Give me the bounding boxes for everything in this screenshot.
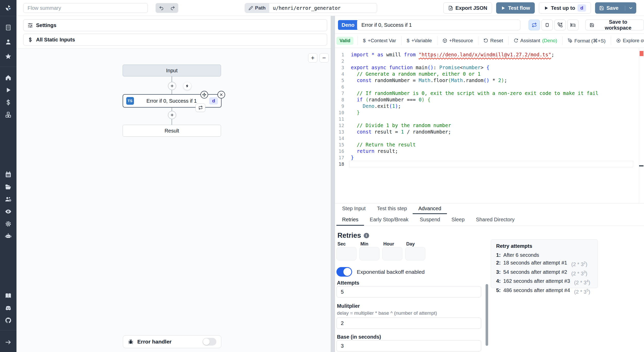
retries-configured-badge[interactable] xyxy=(196,103,205,112)
flow-result-node[interactable]: Result xyxy=(123,125,221,137)
code-line[interactable]: 17} xyxy=(335,154,639,161)
code-line[interactable]: 16 return result; xyxy=(335,148,639,154)
test-flow-button[interactable]: Test flow xyxy=(496,2,535,14)
multiplier-help: delay = multiplier * base ^ (number of a… xyxy=(337,310,437,316)
code-line[interactable]: 1import * as wmill from "https://deno.la… xyxy=(335,51,639,58)
early-stop-button[interactable] xyxy=(541,20,553,30)
flow-canvas[interactable]: + − Input TS Error if 0, Success if 1 d xyxy=(16,48,331,352)
code-line[interactable]: 8 if (randomNumber === 0) { xyxy=(335,96,639,103)
export-json-button[interactable]: Export JSON xyxy=(443,2,492,14)
code-line[interactable]: 4 // Generate a random number, either 0 … xyxy=(335,71,639,77)
redo-button[interactable] xyxy=(167,3,178,13)
explore-scripts-button[interactable]: Explore other s xyxy=(611,36,644,45)
undo-button[interactable] xyxy=(156,3,167,13)
time-unit-input[interactable] xyxy=(405,247,425,260)
exponential-backoff-toggle[interactable] xyxy=(336,267,352,277)
add-step-button[interactable] xyxy=(168,82,176,90)
retries-scrollbar[interactable] xyxy=(486,284,488,346)
code-line[interactable]: 7 // If randomNumber is 0, exit the scri… xyxy=(335,90,639,96)
save-button[interactable]: Save xyxy=(595,2,636,14)
info-icon[interactable]: i xyxy=(364,233,369,238)
time-unit-input[interactable] xyxy=(359,247,379,260)
tab-test-this-step[interactable]: Test this step xyxy=(371,204,413,214)
error-handler-toggle[interactable] xyxy=(202,338,216,346)
folders-icon[interactable] xyxy=(0,181,16,193)
test-up-to-button[interactable]: Test up to d xyxy=(539,2,591,14)
discord-icon[interactable] xyxy=(0,302,16,314)
sleep-button[interactable] xyxy=(567,20,579,30)
trigger-bolt-button[interactable] xyxy=(183,82,191,90)
add-resource-button[interactable]: +Resource xyxy=(437,36,478,45)
save-dropdown-button[interactable] xyxy=(625,6,636,11)
undo-redo-group xyxy=(156,3,178,13)
windmill-logo-icon[interactable] xyxy=(0,0,16,16)
tab-step-input[interactable]: Step Input xyxy=(336,204,371,214)
code-line[interactable]: 15 // Return the result xyxy=(335,142,639,148)
settings-gear-icon[interactable] xyxy=(0,218,16,230)
subtab-shared-directory[interactable]: Shared Directory xyxy=(470,214,520,226)
path-value[interactable]: u/henri/error_generator xyxy=(269,3,344,13)
error-handler-node[interactable]: Error handler xyxy=(123,335,221,348)
time-unit-input[interactable] xyxy=(336,247,357,260)
groups-users-gear-icon[interactable] xyxy=(0,193,16,205)
code-line[interactable]: 18 xyxy=(335,161,639,167)
variables-dollar-icon[interactable] xyxy=(0,96,16,109)
resources-boxes-icon[interactable] xyxy=(0,109,16,121)
code-line[interactable]: 11 xyxy=(335,116,639,122)
code-line[interactable]: 2 xyxy=(335,58,639,64)
zoom-in-button[interactable]: + xyxy=(308,53,317,63)
reset-button[interactable]: Reset xyxy=(478,36,508,45)
code-line[interactable]: 9 Deno.exit(1); xyxy=(335,103,639,109)
zoom-out-button[interactable]: − xyxy=(319,53,329,63)
home-icon[interactable] xyxy=(0,72,16,84)
docs-book-icon[interactable] xyxy=(0,289,16,302)
runs-play-icon[interactable] xyxy=(0,84,16,96)
attempts-input[interactable] xyxy=(336,286,481,297)
add-step-button[interactable] xyxy=(168,111,176,119)
user-icon[interactable] xyxy=(0,36,16,48)
retries-tab-button[interactable] xyxy=(529,20,540,30)
audit-logs-eye-icon[interactable] xyxy=(0,205,16,218)
code-line[interactable]: 13 const result = 1 / randomNumber; xyxy=(335,129,639,135)
code-line[interactable]: 6 xyxy=(335,84,639,90)
code-editor[interactable]: 1import * as wmill from "https://deno.la… xyxy=(335,48,644,203)
code-line[interactable]: 5 const randomNumber = Math.floor(Math.r… xyxy=(335,77,639,84)
ai-bot-icon[interactable] xyxy=(0,230,16,242)
tab-advanced[interactable]: Advanced xyxy=(413,204,447,214)
format-button[interactable]: Format (⌘+S) xyxy=(562,36,611,45)
repeat-icon xyxy=(198,105,203,110)
subtab-retries[interactable]: Retries xyxy=(336,214,364,226)
retry-attempts-panel: Retry attempts 1:After 6 seconds2:18 sec… xyxy=(491,239,598,288)
workspace-icon[interactable] xyxy=(0,21,16,34)
toolbar-scrollbar[interactable] xyxy=(623,33,629,34)
assistant-button[interactable]: Assistant (Deno) xyxy=(508,36,562,45)
favorites-star-icon[interactable] xyxy=(0,50,16,63)
save-to-workspace-button[interactable]: Save to workspace xyxy=(585,20,644,30)
panel-resize-handle[interactable] xyxy=(331,16,335,352)
all-static-inputs-button[interactable]: All Static Inputs xyxy=(23,34,327,46)
pen-tool-icon xyxy=(568,38,572,43)
subtab-suspend[interactable]: Suspend xyxy=(414,214,446,226)
schedules-calendar-icon[interactable] xyxy=(0,168,16,181)
subtab-sleep[interactable]: Sleep xyxy=(446,214,470,226)
path-field[interactable]: Path u/henri/error_generator xyxy=(245,3,377,13)
add-context-var-button[interactable]: $+Context Var xyxy=(358,36,401,45)
flow-settings-button[interactable]: Settings xyxy=(23,19,327,31)
flow-input-node[interactable]: Input xyxy=(123,65,221,76)
add-variable-button[interactable]: $+Variable xyxy=(401,36,437,45)
github-icon[interactable] xyxy=(0,314,16,327)
delete-node-button[interactable] xyxy=(217,91,225,99)
expand-sidebar-arrow-icon[interactable] xyxy=(0,336,16,348)
code-line[interactable]: 3export async function main(): Promise<n… xyxy=(335,64,639,71)
flow-summary-input[interactable] xyxy=(23,3,148,13)
code-line[interactable]: 14 xyxy=(335,135,639,142)
suspend-button[interactable] xyxy=(554,20,566,30)
base-input[interactable] xyxy=(336,340,481,351)
step-title-input[interactable] xyxy=(357,20,520,30)
move-node-handle[interactable] xyxy=(200,91,208,99)
multiplier-input[interactable] xyxy=(336,318,481,329)
code-line[interactable]: 10 } xyxy=(335,109,639,116)
code-line[interactable]: 12 // Divide 1 by the random number xyxy=(335,122,639,129)
subtab-early-stop-break[interactable]: Early Stop/Break xyxy=(364,214,414,226)
time-unit-input[interactable] xyxy=(382,247,402,260)
